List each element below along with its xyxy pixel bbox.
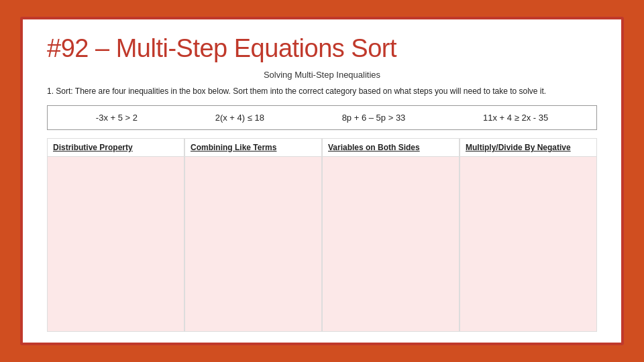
inequality-3: 8p + 6 – 5p > 33	[342, 113, 406, 123]
categories-row: Distributive Property Combining Like Ter…	[47, 138, 597, 332]
category-multiply-label: Multiply/Divide By Negative	[460, 139, 596, 157]
inequality-4: 11x + 4 ≥ 2x - 35	[483, 113, 548, 123]
category-distributive-body[interactable]	[48, 157, 184, 331]
category-combining-label: Combining Like Terms	[185, 139, 321, 157]
category-distributive: Distributive Property	[47, 138, 184, 332]
category-distributive-label: Distributive Property	[48, 139, 184, 157]
slide: #92 – Multi-Step Equations Sort Solving …	[20, 17, 624, 345]
category-multiply: Multiply/Divide By Negative	[460, 138, 597, 332]
category-multiply-body[interactable]	[460, 157, 596, 331]
slide-title: #92 – Multi-Step Equations Sort	[47, 34, 597, 63]
inequality-1: -3x + 5 > 2	[96, 113, 138, 123]
title-area: #92 – Multi-Step Equations Sort	[23, 19, 621, 70]
inequality-2: 2(x + 4) ≤ 18	[215, 113, 264, 123]
instructions: 1. Sort: There are four inequalities in …	[47, 85, 597, 97]
subtitle: Solving Multi-Step Inequalities	[47, 70, 597, 80]
category-combining-body[interactable]	[185, 157, 321, 331]
category-variables: Variables on Both Sides	[322, 138, 460, 332]
category-variables-body[interactable]	[323, 157, 459, 331]
category-variables-label: Variables on Both Sides	[323, 139, 459, 157]
slide-content: Solving Multi-Step Inequalities 1. Sort:…	[23, 70, 621, 343]
inequalities-box: -3x + 5 > 2 2(x + 4) ≤ 18 8p + 6 – 5p > …	[47, 105, 597, 130]
category-combining: Combining Like Terms	[184, 138, 322, 332]
